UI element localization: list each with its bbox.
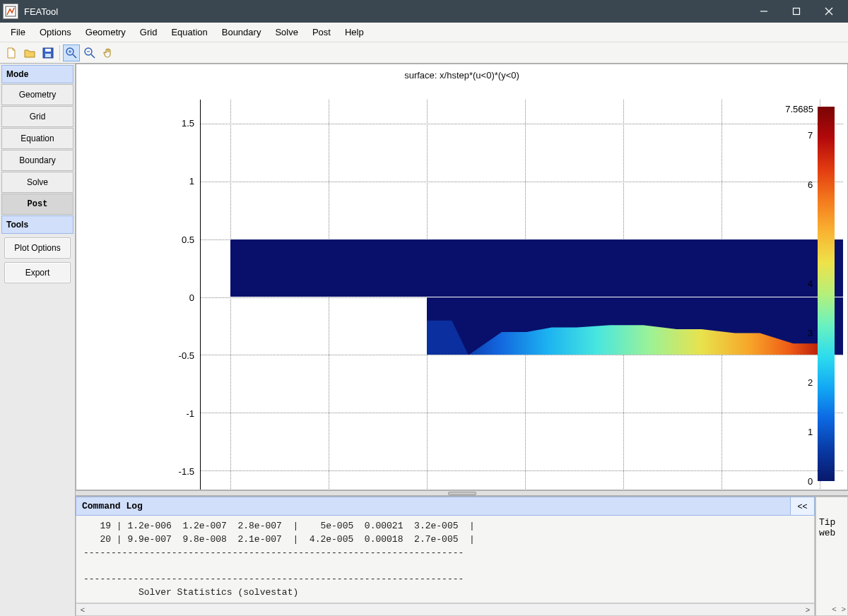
app-icon: [3, 4, 18, 19]
menu-help[interactable]: Help: [338, 25, 370, 40]
svg-rect-7: [45, 54, 51, 57]
menu-geometry[interactable]: Geometry: [79, 25, 132, 40]
menu-grid[interactable]: Grid: [134, 25, 164, 40]
export-button[interactable]: Export: [4, 262, 71, 283]
menu-equation[interactable]: Equation: [165, 25, 213, 40]
scroll-left-icon[interactable]: <: [76, 604, 89, 615]
ytick: -0.5: [166, 350, 194, 361]
open-file-button[interactable]: [21, 45, 38, 61]
svg-line-13: [91, 54, 95, 58]
ytick: 1: [166, 176, 194, 186]
axes: [200, 100, 843, 490]
zoom-out-button[interactable]: [81, 45, 98, 61]
splitter[interactable]: [76, 490, 848, 496]
close-button[interactable]: [813, 0, 845, 23]
side-nav-icon[interactable]: < >: [832, 605, 846, 614]
scroll-right-icon[interactable]: >: [801, 604, 814, 615]
mode-tab-grid[interactable]: Grid: [1, 106, 73, 127]
ytick: -1.5: [166, 466, 194, 477]
side-line: Tip: [819, 517, 844, 528]
ytick: 0: [166, 292, 194, 303]
svg-line-9: [73, 54, 76, 58]
mode-tab-boundary[interactable]: Boundary: [1, 150, 73, 171]
new-file-button[interactable]: [3, 45, 20, 61]
ytick: 0.5: [166, 235, 194, 245]
log-collapse-button[interactable]: <<: [790, 497, 814, 515]
mode-tab-geometry[interactable]: Geometry: [1, 84, 73, 105]
surf-zero-upper: [230, 239, 843, 297]
log-heading: Command Log: [76, 497, 790, 515]
svg-rect-2: [794, 8, 800, 15]
app-title: FEATool: [24, 6, 748, 17]
plot-area[interactable]: surface: x/hstep*(u<0)*(y<0): [76, 64, 848, 490]
menu-options[interactable]: Options: [33, 25, 78, 40]
colorbar-max: 7.5685: [785, 104, 813, 114]
zoom-in-button[interactable]: [63, 45, 80, 61]
pan-button[interactable]: [100, 45, 117, 61]
log-hscrollbar[interactable]: < >: [76, 603, 815, 616]
mode-heading: Mode: [1, 65, 73, 83]
minimize-button[interactable]: [748, 0, 780, 23]
maximize-button[interactable]: [780, 0, 813, 23]
titlebar: FEATool: [0, 0, 848, 23]
mode-tab-post[interactable]: Post: [1, 194, 73, 215]
colorbar: 0 1 2 3 4 6 7: [818, 107, 839, 481]
ytick: -1: [166, 408, 194, 419]
svg-rect-6: [45, 49, 51, 52]
side-line: web: [819, 528, 844, 538]
mode-tab-solve[interactable]: Solve: [1, 172, 73, 193]
plot-title: surface: x/hstep*(u<0)*(y<0): [76, 70, 847, 81]
toolbar: [0, 42, 848, 64]
tools-heading: Tools: [1, 215, 73, 234]
svg-marker-15: [427, 325, 830, 355]
mode-tab-equation[interactable]: Equation: [1, 128, 73, 149]
save-file-button[interactable]: [40, 45, 57, 61]
menu-boundary[interactable]: Boundary: [216, 25, 268, 40]
surf-gradient: [427, 297, 843, 355]
menu-solve[interactable]: Solve: [269, 25, 305, 40]
ytick: 1.5: [166, 118, 194, 129]
log-side-panel: Tip web < >: [815, 497, 848, 616]
svg-marker-16: [427, 320, 469, 355]
plot-options-button[interactable]: Plot Options: [4, 237, 71, 259]
menubar: File Options Geometry Grid Equation Boun…: [0, 23, 848, 42]
menu-post[interactable]: Post: [306, 25, 337, 40]
sidebar: Mode Geometry Grid Equation Boundary Sol…: [0, 64, 76, 616]
log-body[interactable]: 19 | 1.2e-006 1.2e-007 2.8e-007 | 5e-005…: [76, 516, 815, 603]
menu-file[interactable]: File: [4, 25, 32, 40]
